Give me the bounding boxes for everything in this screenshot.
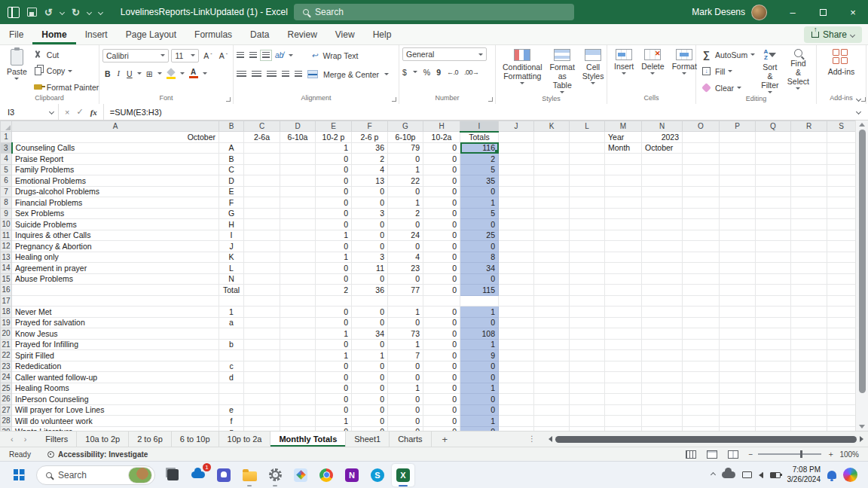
cell-B24[interactable]: d [219,372,244,383]
cell-A20[interactable]: Know Jesus [12,328,219,340]
row-header-22[interactable]: 22 [1,350,12,361]
cell-P26[interactable] [720,394,756,405]
cell-N7[interactable] [642,186,683,197]
cell-E1[interactable]: 10-2 p [316,132,352,143]
cell-F19[interactable]: 0 [352,317,388,328]
onedrive-button[interactable]: 1 [187,464,209,486]
row-header-28[interactable]: 28 [1,416,12,427]
cell-L24[interactable] [570,372,605,383]
col-header-B[interactable]: B [219,121,244,132]
cell-C4[interactable] [244,154,280,165]
cell-M20[interactable] [605,328,642,340]
cell-A8[interactable]: Financial Problems [12,197,219,209]
cell-L28[interactable] [570,416,605,427]
cell-B13[interactable]: K [219,252,244,263]
cell-R22[interactable] [791,350,827,361]
cell-G7[interactable]: 0 [388,186,423,197]
cancel-entry-icon[interactable]: × [65,108,69,117]
cell-H18[interactable]: 0 [423,307,460,318]
cell-R28[interactable] [791,416,827,427]
prev-sheet-icon[interactable]: ‹ [11,435,14,444]
cell-P5[interactable] [720,164,756,175]
cell-K23[interactable] [534,361,570,372]
page-layout-view-button[interactable] [707,450,717,459]
cell-B8[interactable]: F [219,197,244,209]
cell-M24[interactable] [605,372,642,383]
row-header-4[interactable]: 4 [1,154,12,165]
cell-R26[interactable] [791,394,827,405]
cell-A7[interactable]: Drugs-alcohol Problems [12,186,219,197]
cell-O10[interactable] [683,219,720,230]
cell-J12[interactable] [499,241,534,252]
cell-P15[interactable] [720,273,756,285]
cell-E6[interactable]: 0 [316,175,352,187]
cell-O5[interactable] [683,164,720,175]
cell-R6[interactable] [791,175,827,187]
cell-O21[interactable] [683,339,720,350]
cell-F14[interactable]: 11 [352,263,388,274]
cell-I26[interactable]: 0 [460,394,499,405]
cell-E10[interactable]: 0 [316,219,352,230]
cell-N19[interactable] [642,317,683,328]
cell-B23[interactable]: c [219,361,244,372]
cell-M15[interactable] [605,273,642,285]
cell-K8[interactable] [534,197,570,209]
font-color-button[interactable]: A [187,67,200,81]
notifications-bell-icon[interactable] [827,471,836,479]
cell-C3[interactable] [244,142,280,154]
cell-N11[interactable] [642,230,683,241]
col-header-A[interactable]: A [12,121,219,132]
row-header-6[interactable]: 6 [1,175,12,187]
cell-C16[interactable] [244,285,280,296]
cell-J7[interactable] [499,186,534,197]
cell-D13[interactable] [280,252,316,263]
redo-icon[interactable]: ↻ [72,7,80,18]
cell-D27[interactable] [280,404,316,416]
cell-A15[interactable]: Abuse Problems [12,273,219,285]
cell-O15[interactable] [683,273,720,285]
cell-S14[interactable] [827,263,856,274]
cell-C17[interactable] [244,295,280,307]
row-header-16[interactable]: 16 [1,285,12,296]
cell-L18[interactable] [570,307,605,318]
cell-P19[interactable] [720,317,756,328]
cell-H17[interactable] [423,295,460,307]
cell-K24[interactable] [534,372,570,383]
onenote-button[interactable]: N [341,464,363,486]
cell-C13[interactable] [244,252,280,263]
cell-P12[interactable] [720,241,756,252]
cell-M23[interactable] [605,361,642,372]
decrease-font-size-button[interactable]: Aˇ [217,49,230,63]
cell-L23[interactable] [570,361,605,372]
cell-C9[interactable] [244,208,280,219]
cell-G25[interactable]: 1 [388,383,423,394]
cell-P17[interactable] [720,295,756,307]
cell-S12[interactable] [827,241,856,252]
cell-P27[interactable] [720,404,756,416]
cell-N15[interactable] [642,273,683,285]
cell-O6[interactable] [683,175,720,187]
cell-D18[interactable] [280,307,316,318]
row-header-9[interactable]: 9 [1,208,12,219]
cell-D6[interactable] [280,175,316,187]
cell-C14[interactable] [244,263,280,274]
cell-O11[interactable] [683,230,720,241]
cell-G4[interactable]: 0 [388,154,423,165]
cell-E14[interactable]: 0 [316,263,352,274]
cell-N14[interactable] [642,263,683,274]
cell-P4[interactable] [720,154,756,165]
row-header-17[interactable]: 17 [1,295,12,307]
increase-indent-icon[interactable] [295,71,302,78]
cell-P14[interactable] [720,263,756,274]
cell-G22[interactable]: 7 [388,350,423,361]
cell-E22[interactable]: 1 [316,350,352,361]
sheet-tab-6-to-10p[interactable]: 6 to 10p [172,432,219,447]
cell-O20[interactable] [683,328,720,340]
cell-L20[interactable] [570,328,605,340]
cell-R18[interactable] [791,307,827,318]
row-header-5[interactable]: 5 [1,164,12,175]
cell-F21[interactable]: 0 [352,339,388,350]
cell-I18[interactable]: 1 [460,307,499,318]
cell-G18[interactable]: 1 [388,307,423,318]
fill-color-button[interactable] [164,67,178,81]
